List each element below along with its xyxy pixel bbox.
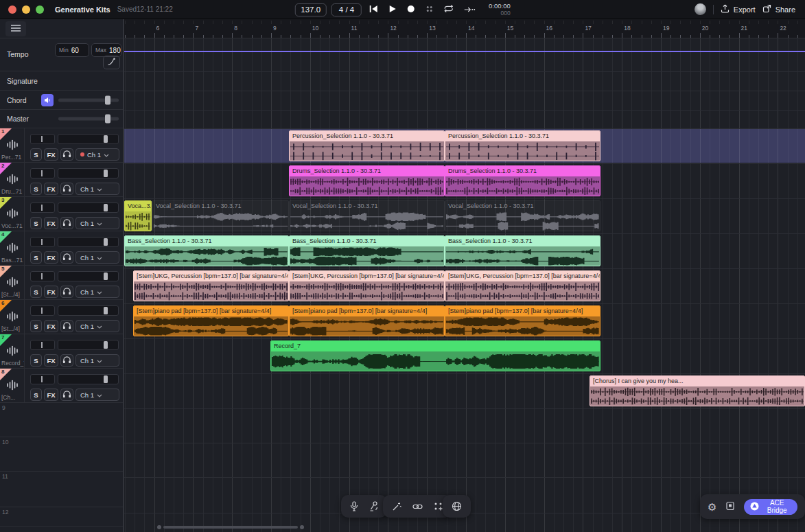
- monitor-headphones-button[interactable]: [60, 148, 73, 161]
- fx-button[interactable]: FX: [44, 389, 58, 401]
- minimize-window-button[interactable]: [22, 5, 30, 14]
- fx-button[interactable]: FX: [44, 148, 58, 161]
- audio-clip[interactable]: Drums_Selection 1.1.0 - 30.3.71: [289, 165, 445, 196]
- ace-bridge-button[interactable]: ACE Bridge: [744, 499, 797, 515]
- channel-select[interactable]: Ch 1: [75, 389, 119, 401]
- volume-slider[interactable]: [58, 340, 119, 350]
- follow-playhead-button[interactable]: [461, 3, 478, 16]
- solo-button[interactable]: S: [30, 148, 42, 161]
- channel-select[interactable]: Ch 1: [75, 320, 119, 332]
- volume-slider[interactable]: [58, 134, 119, 144]
- audio-clip[interactable]: [Stem]piano pad [bpm=137.0] [bar signatu…: [289, 305, 445, 336]
- timeline-ruler[interactable]: 678910111213141516171819202122: [124, 19, 805, 38]
- audio-clip[interactable]: [Chorus] I can give you my hea...: [590, 375, 805, 406]
- audio-clip[interactable]: Percussion_Selection 1.1.0 - 30.3.71: [445, 130, 600, 161]
- time-signature-display[interactable]: 4 / 4: [331, 3, 362, 16]
- monitor-headphones-button[interactable]: [60, 389, 73, 401]
- track-row[interactable]: 1Per...71SFXCh 1: [0, 128, 123, 163]
- channel-select[interactable]: Ch 1: [75, 148, 119, 161]
- pan-slider[interactable]: [30, 340, 55, 350]
- channel-select[interactable]: Ch 1: [75, 217, 119, 229]
- audio-clip[interactable]: Voca...3.71: [124, 200, 152, 231]
- pan-slider[interactable]: [30, 374, 55, 384]
- fx-button[interactable]: FX: [44, 320, 58, 332]
- solo-button[interactable]: S: [30, 217, 42, 229]
- metronome-button[interactable]: [423, 3, 436, 16]
- track-row[interactable]: 3Voc...71SFXCh 1: [0, 197, 123, 231]
- volume-slider[interactable]: [58, 271, 119, 281]
- track-row[interactable]: 8[Ch...SFXCh 1: [0, 369, 123, 403]
- solo-button[interactable]: S: [30, 183, 42, 195]
- menu-button[interactable]: [5, 21, 26, 36]
- loop-button[interactable]: [441, 3, 456, 16]
- fx-button[interactable]: FX: [44, 217, 58, 229]
- play-button[interactable]: [386, 3, 399, 16]
- record-button[interactable]: [404, 3, 418, 16]
- solo-button[interactable]: S: [30, 354, 42, 367]
- chord-volume-slider[interactable]: [58, 95, 119, 104]
- pan-slider[interactable]: [30, 271, 55, 281]
- audio-clip[interactable]: Bass_Selection 1.1.0 - 30.3.71: [289, 235, 445, 266]
- audio-clip[interactable]: Bass_Selection 1.1.0 - 30.3.71: [124, 235, 289, 266]
- audio-clip[interactable]: [Stem]piano pad [bpm=137.0] [bar signatu…: [445, 305, 600, 336]
- solo-button[interactable]: S: [30, 286, 42, 298]
- audio-clip[interactable]: Vocal_Selection 1.1.0 - 30.3.71: [445, 200, 600, 231]
- solo-button[interactable]: S: [30, 251, 42, 264]
- skip-back-button[interactable]: [366, 3, 381, 16]
- audio-clip[interactable]: [Stem]UKG, Percussion [bpm=137.0] [bar s…: [445, 270, 600, 301]
- audio-clip[interactable]: [Stem]UKG, Percussion [bpm=137.0] [bar s…: [289, 270, 445, 301]
- tempo-max-input[interactable]: Max 180: [91, 43, 121, 57]
- tempo-automation-line[interactable]: [124, 51, 805, 52]
- pan-slider[interactable]: [30, 203, 55, 213]
- monitor-headphones-button[interactable]: [60, 183, 73, 195]
- track-row[interactable]: 6[St.../4]SFXCh 1: [0, 300, 123, 334]
- audio-clip[interactable]: [Stem]UKG, Percussion [bpm=137.0] [bar s…: [133, 270, 289, 301]
- monitor-headphones-button[interactable]: [60, 217, 73, 229]
- track-row[interactable]: 5[St.../4]SFXCh 1: [0, 266, 123, 300]
- volume-slider[interactable]: [58, 305, 119, 316]
- pan-slider[interactable]: [30, 237, 55, 247]
- horizontal-scrollbar[interactable]: [163, 526, 298, 529]
- link-icon[interactable]: [412, 503, 423, 510]
- settings-gear-icon[interactable]: ⚙: [708, 502, 716, 512]
- channel-select[interactable]: Ch 1: [75, 183, 119, 195]
- volume-slider[interactable]: [58, 203, 119, 213]
- zoom-window-button[interactable]: [36, 5, 44, 14]
- solo-button[interactable]: S: [30, 389, 42, 401]
- tempo-edit-button[interactable]: [103, 56, 120, 69]
- magic-wand-icon[interactable]: [392, 502, 401, 511]
- tempo-min-input[interactable]: Min 60: [55, 43, 89, 57]
- fx-button[interactable]: FX: [44, 251, 58, 264]
- volume-slider[interactable]: [58, 237, 119, 247]
- microphone-icon[interactable]: [350, 501, 358, 511]
- export-button[interactable]: Export: [721, 4, 756, 14]
- manual-icon[interactable]: [725, 501, 735, 513]
- channel-select[interactable]: Ch 1: [75, 354, 119, 367]
- track-row[interactable]: 2Dru...71SFXCh 1: [0, 163, 123, 197]
- audio-clip[interactable]: Vocal_Selection 1.1.0 - 30.3.71: [152, 200, 289, 231]
- channel-select[interactable]: Ch 1: [75, 251, 119, 264]
- volume-slider[interactable]: [58, 168, 119, 178]
- globe-icon[interactable]: [452, 501, 462, 511]
- solo-button[interactable]: S: [30, 320, 42, 332]
- avatar[interactable]: [695, 3, 706, 15]
- fx-button[interactable]: FX: [44, 286, 58, 298]
- audio-clip[interactable]: Bass_Selection 1.1.0 - 30.3.71: [445, 235, 600, 266]
- monitor-headphones-button[interactable]: [60, 354, 73, 367]
- pan-slider[interactable]: [30, 305, 55, 316]
- volume-slider[interactable]: [58, 374, 119, 384]
- audio-clip[interactable]: Record_7: [270, 340, 600, 371]
- add-widget-icon[interactable]: [434, 502, 443, 511]
- close-window-button[interactable]: [8, 5, 16, 14]
- audio-clip[interactable]: Percussion_Selection 1.1.0 - 30.3.71: [289, 130, 445, 161]
- vocal-mic-icon[interactable]: [369, 501, 378, 511]
- track-row[interactable]: 4Bas...71SFXCh 1: [0, 231, 123, 266]
- pan-slider[interactable]: [30, 134, 55, 144]
- monitor-headphones-button[interactable]: [60, 286, 73, 298]
- tempo-display[interactable]: 137.0: [294, 3, 327, 16]
- audio-clip[interactable]: [Stem]piano pad [bpm=137.0] [bar signatu…: [133, 305, 289, 336]
- fx-button[interactable]: FX: [44, 354, 58, 367]
- pan-slider[interactable]: [30, 168, 55, 178]
- monitor-headphones-button[interactable]: [60, 320, 73, 332]
- fx-button[interactable]: FX: [44, 183, 58, 195]
